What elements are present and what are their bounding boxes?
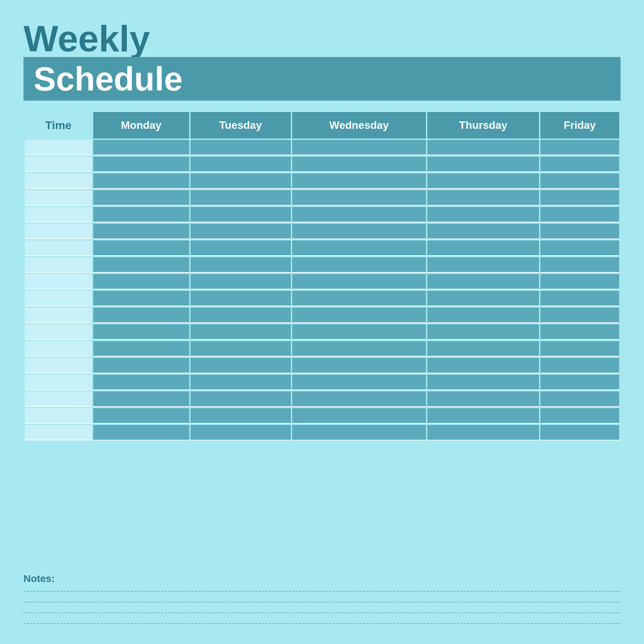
day-cell bbox=[540, 341, 619, 357]
table-row bbox=[25, 308, 619, 323]
col-header-tuesday: Tuesday bbox=[191, 112, 291, 139]
notes-line-3 bbox=[23, 612, 621, 613]
table-row bbox=[25, 408, 619, 424]
day-cell bbox=[427, 257, 539, 273]
day-cell bbox=[427, 341, 539, 357]
day-cell bbox=[540, 425, 619, 440]
day-cell bbox=[93, 308, 189, 323]
day-cell bbox=[540, 207, 619, 222]
day-cell bbox=[292, 157, 426, 172]
day-cell bbox=[292, 224, 426, 239]
day-cell bbox=[427, 324, 539, 340]
day-cell bbox=[93, 358, 189, 373]
day-cell bbox=[93, 408, 189, 424]
col-header-monday: Monday bbox=[93, 112, 189, 139]
day-cell bbox=[191, 308, 291, 323]
day-cell bbox=[93, 190, 189, 206]
col-header-wednesday: Wednesday bbox=[292, 112, 426, 139]
day-cell bbox=[292, 308, 426, 323]
table-row bbox=[25, 140, 619, 155]
day-cell bbox=[292, 173, 426, 189]
day-cell bbox=[191, 408, 291, 424]
time-cell bbox=[25, 157, 92, 172]
time-cell bbox=[25, 375, 92, 390]
time-cell bbox=[25, 391, 92, 407]
schedule-table-section: Time Monday Tuesday Wednesday Thursday F… bbox=[23, 111, 621, 566]
day-cell bbox=[191, 324, 291, 340]
day-cell bbox=[191, 140, 291, 155]
day-cell bbox=[191, 157, 291, 172]
day-cell bbox=[427, 375, 539, 390]
day-cell bbox=[93, 274, 189, 289]
day-cell bbox=[191, 190, 291, 206]
time-cell bbox=[25, 224, 92, 239]
day-cell bbox=[427, 173, 539, 189]
time-cell bbox=[25, 341, 92, 357]
notes-line-1 bbox=[23, 591, 621, 592]
day-cell bbox=[292, 140, 426, 155]
day-cell bbox=[191, 358, 291, 373]
day-cell bbox=[191, 240, 291, 256]
day-cell bbox=[427, 157, 539, 172]
day-cell bbox=[292, 375, 426, 390]
day-cell bbox=[93, 425, 189, 440]
notes-line-4 bbox=[23, 623, 621, 624]
col-header-friday: Friday bbox=[540, 112, 619, 139]
notes-section: Notes: bbox=[23, 573, 621, 624]
notes-line-2 bbox=[23, 602, 621, 602]
day-cell bbox=[292, 408, 426, 424]
day-cell bbox=[191, 257, 291, 273]
notes-label: Notes: bbox=[23, 573, 621, 584]
day-cell bbox=[427, 358, 539, 373]
day-cell bbox=[191, 425, 291, 440]
day-cell bbox=[427, 240, 539, 256]
day-cell bbox=[191, 291, 291, 306]
day-cell bbox=[292, 391, 426, 407]
table-body bbox=[25, 140, 619, 440]
day-cell bbox=[93, 224, 189, 239]
day-cell bbox=[540, 274, 619, 289]
day-cell bbox=[540, 324, 619, 340]
time-cell bbox=[25, 140, 92, 155]
table-row bbox=[25, 207, 619, 222]
time-cell bbox=[25, 291, 92, 306]
day-cell bbox=[540, 391, 619, 407]
table-row bbox=[25, 240, 619, 256]
notes-lines bbox=[23, 591, 621, 624]
table-row bbox=[25, 157, 619, 172]
day-cell bbox=[292, 341, 426, 357]
table-row bbox=[25, 375, 619, 390]
table-row bbox=[25, 173, 619, 189]
time-cell bbox=[25, 173, 92, 189]
table-row bbox=[25, 324, 619, 340]
day-cell bbox=[540, 375, 619, 390]
time-cell bbox=[25, 257, 92, 273]
day-cell bbox=[427, 224, 539, 239]
day-cell bbox=[93, 391, 189, 407]
table-row bbox=[25, 224, 619, 239]
day-cell bbox=[427, 291, 539, 306]
table-row bbox=[25, 291, 619, 306]
day-cell bbox=[427, 308, 539, 323]
title-schedule: Schedule bbox=[34, 60, 610, 97]
time-cell bbox=[25, 324, 92, 340]
day-cell bbox=[191, 274, 291, 289]
day-cell bbox=[427, 274, 539, 289]
table-row bbox=[25, 391, 619, 407]
time-cell bbox=[25, 358, 92, 373]
day-cell bbox=[292, 291, 426, 306]
table-header-row: Time Monday Tuesday Wednesday Thursday F… bbox=[25, 112, 619, 139]
day-cell bbox=[93, 173, 189, 189]
day-cell bbox=[292, 324, 426, 340]
table-row bbox=[25, 257, 619, 273]
col-header-time: Time bbox=[25, 112, 92, 139]
day-cell bbox=[540, 224, 619, 239]
day-cell bbox=[191, 207, 291, 222]
day-cell bbox=[292, 257, 426, 273]
day-cell bbox=[93, 375, 189, 390]
schedule-table: Time Monday Tuesday Wednesday Thursday F… bbox=[23, 111, 621, 442]
time-cell bbox=[25, 190, 92, 206]
day-cell bbox=[191, 391, 291, 407]
time-cell bbox=[25, 207, 92, 222]
col-header-thursday: Thursday bbox=[427, 112, 539, 139]
